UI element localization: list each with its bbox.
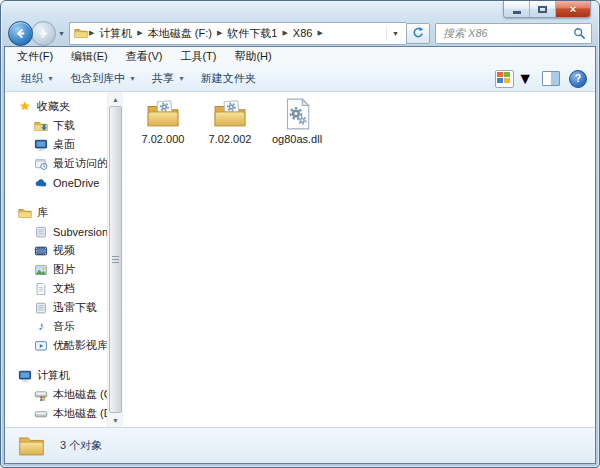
change-view-button[interactable]: ▼	[495, 70, 533, 88]
close-button[interactable]: ×	[556, 1, 590, 17]
scroll-up-button[interactable]: ▲	[108, 92, 123, 106]
sidebar-label: 最近访问的位置	[53, 156, 107, 171]
folder-icon	[146, 97, 180, 131]
dll-file-icon	[280, 97, 314, 131]
navigation-bar: ▼ ▶ 计算机 ▶ 本地磁盘 (F:) ▶ 软件下载1 ▶ X86 ▶ ▼	[1, 20, 599, 48]
include-in-library-label: 包含到库中	[70, 71, 125, 86]
toolbar-right-group: ▼ ?	[495, 70, 587, 88]
back-arrow-icon	[14, 27, 27, 40]
organize-label: 组织	[21, 71, 43, 86]
sidebar-item-drive-c[interactable]: 本地磁盘 (C:)	[5, 385, 107, 404]
sidebar-label: 图片	[53, 262, 75, 277]
chevron-down-icon: ▼	[517, 70, 533, 88]
breadcrumb-separator-icon: ▶	[281, 29, 288, 37]
onedrive-icon	[34, 176, 48, 190]
file-name: 7.02.000	[142, 133, 185, 145]
libraries-icon	[18, 206, 32, 220]
sidebar-label: 音乐	[53, 319, 75, 334]
current-folder-icon	[74, 26, 88, 40]
share-label: 共享	[152, 71, 174, 86]
sidebar-item-youku-library[interactable]: 优酷影视库	[5, 336, 107, 355]
search-input[interactable]	[441, 26, 573, 40]
music-icon: ♪	[34, 320, 48, 333]
sidebar-label: 优酷影视库	[53, 338, 107, 353]
menu-tools[interactable]: 工具(T)	[171, 49, 225, 64]
scrollbar-thumb[interactable]	[109, 106, 122, 413]
back-button[interactable]	[8, 21, 33, 46]
sidebar-item-favorites[interactable]: ★ 收藏夹	[5, 97, 107, 116]
address-bar[interactable]: ▶ 计算机 ▶ 本地磁盘 (F:) ▶ 软件下载1 ▶ X86 ▶ ▼	[69, 22, 406, 45]
scrollbar-track[interactable]	[108, 106, 123, 413]
sidebar-item-videos[interactable]: 视频	[5, 241, 107, 260]
file-item-folder-2[interactable]: 7.02.002	[203, 97, 257, 145]
file-item-dll[interactable]: og80as.dll	[270, 97, 324, 145]
menu-help[interactable]: 帮助(H)	[225, 49, 280, 64]
close-icon: ×	[570, 3, 576, 15]
sidebar-item-recent-places[interactable]: 最近访问的位置	[5, 154, 107, 173]
library-icon	[34, 225, 48, 239]
file-list[interactable]: 7.02.000 7.02.002 og80as.dll	[123, 92, 595, 427]
sidebar-item-documents[interactable]: 文档	[5, 279, 107, 298]
include-in-library-button[interactable]: 包含到库中 ▼	[62, 68, 144, 89]
breadcrumb-segment-x86[interactable]: X86	[289, 26, 317, 40]
preview-pane-icon[interactable]	[542, 71, 560, 86]
share-button[interactable]: 共享 ▼	[144, 68, 193, 89]
client-area: 文件(F) 编辑(E) 查看(V) 工具(T) 帮助(H) 组织 ▼ 包含到库中…	[4, 46, 596, 464]
system-drive-icon	[34, 388, 48, 402]
sidebar-label: 库	[37, 205, 48, 220]
sidebar-item-subversion[interactable]: Subversion	[5, 222, 107, 241]
desktop-icon	[34, 138, 48, 152]
menu-file[interactable]: 文件(F)	[8, 49, 62, 64]
window-controls: ×	[503, 1, 591, 18]
new-folder-button[interactable]: 新建文件夹	[193, 68, 264, 89]
history-dropdown-icon[interactable]: ▼	[58, 30, 65, 37]
file-item-folder-1[interactable]: 7.02.000	[136, 97, 190, 145]
refresh-button[interactable]	[406, 23, 430, 44]
menu-bar: 文件(F) 编辑(E) 查看(V) 工具(T) 帮助(H)	[5, 47, 595, 65]
chevron-down-icon: ▼	[47, 75, 54, 82]
forward-button[interactable]	[31, 21, 56, 46]
menu-edit[interactable]: 编辑(E)	[62, 49, 117, 64]
views-icon	[495, 70, 514, 88]
help-icon[interactable]: ?	[569, 70, 587, 88]
sidebar-item-computer[interactable]: 计算机	[5, 366, 107, 385]
folder-icon	[17, 432, 46, 459]
sidebar-item-music[interactable]: ♪ 音乐	[5, 317, 107, 336]
chevron-down-icon: ▼	[129, 75, 136, 82]
breadcrumb-segment-computer[interactable]: 计算机	[95, 25, 136, 42]
libraries-section: 库 Subversion 视频 图片	[5, 203, 107, 355]
organize-button[interactable]: 组织 ▼	[13, 68, 62, 89]
documents-icon	[34, 282, 48, 296]
sidebar-item-downloads[interactable]: 下载	[5, 116, 107, 135]
explorer-window: × ▼ ▶ 计算机 ▶ 本地磁盘 (F:) ▶ 软件下载1 ▶ X86 ▶ ▼	[0, 0, 600, 468]
sidebar-label: 计算机	[37, 368, 70, 383]
menu-view[interactable]: 查看(V)	[117, 49, 172, 64]
sidebar-item-pictures[interactable]: 图片	[5, 260, 107, 279]
breadcrumb-segment-downloads-folder[interactable]: 软件下载1	[223, 25, 281, 42]
navigation-pane: ★ 收藏夹 下载 桌面 最近访问的位置	[5, 92, 107, 427]
sidebar-label: 下载	[53, 118, 75, 133]
scrollbar-grip-icon	[112, 256, 119, 263]
recent-places-icon	[34, 157, 48, 171]
sidebar-label: 桌面	[53, 137, 75, 152]
sidebar-scrollbar: ▲ ▼	[107, 92, 123, 427]
videos-icon	[34, 244, 48, 258]
breadcrumb-separator-icon: ▶	[216, 29, 223, 37]
title-bar[interactable]: ×	[1, 1, 599, 20]
favorites-section: ★ 收藏夹 下载 桌面 最近访问的位置	[5, 97, 107, 192]
maximize-button[interactable]	[530, 1, 556, 17]
sidebar-item-drive-d[interactable]: 本地磁盘 (D:)	[5, 404, 107, 423]
new-folder-label: 新建文件夹	[201, 71, 256, 86]
breadcrumb-segment-drive-f[interactable]: 本地磁盘 (F:)	[144, 25, 216, 42]
minimize-icon	[513, 11, 521, 14]
sidebar-item-onedrive[interactable]: OneDrive	[5, 173, 107, 192]
minimize-button[interactable]	[504, 1, 530, 17]
sidebar-item-desktop[interactable]: 桌面	[5, 135, 107, 154]
address-dropdown-icon[interactable]: ▼	[386, 26, 404, 41]
sidebar-item-libraries[interactable]: 库	[5, 203, 107, 222]
maximize-icon	[538, 6, 547, 13]
downloads-folder-icon	[34, 119, 48, 133]
scroll-down-button[interactable]: ▼	[108, 413, 123, 427]
sidebar-item-thunder-downloads[interactable]: 迅雷下载	[5, 298, 107, 317]
content-area: ★ 收藏夹 下载 桌面 最近访问的位置	[5, 92, 595, 427]
